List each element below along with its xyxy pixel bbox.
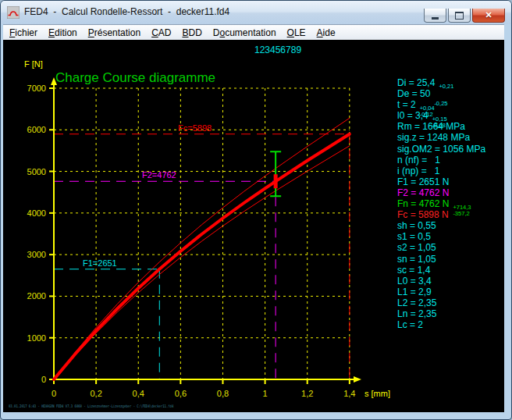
y-tick-label: 0	[41, 375, 46, 384]
x-tick-label: 0	[52, 389, 56, 398]
curve-tolerance-upper	[54, 118, 350, 379]
result-line: sc = 1,4	[397, 265, 503, 276]
result-line: t = 2+0,04-0,12	[397, 99, 503, 110]
result-line: L2 = 2,35	[397, 297, 503, 308]
y-tick-label: 6000	[27, 125, 46, 134]
result-line: sn = 1,05	[397, 254, 503, 265]
status-line: 03.01.2017 6:43 - HEXAGON FED4 V7.3 6060…	[9, 404, 173, 408]
result-line: sig.OM2 = 1056 MPa	[397, 144, 503, 155]
minimize-button[interactable]	[424, 9, 446, 23]
curve-load-travel-characteristic	[54, 134, 350, 379]
result-line: Di = 25,4+0,21	[397, 77, 503, 88]
result-line: F1 = 2651 N	[397, 176, 503, 187]
tolerance-value: -0,25	[434, 94, 447, 106]
x-tick-label: 1,2	[301, 389, 313, 398]
menu-documentation[interactable]: Documentation	[208, 27, 281, 39]
menu-fichier[interactable]: Fichier	[5, 27, 42, 39]
y-tick-label: 7000	[27, 84, 46, 93]
result-line: L0 = 3,4	[397, 276, 503, 287]
marker-label-Fc: Fc=5898	[178, 123, 212, 133]
menu-présentation[interactable]: Présentation	[84, 27, 145, 39]
y-axis-label: F [N]	[24, 59, 43, 69]
y-tick-label: 3000	[27, 250, 46, 259]
marker-label-F2: F2=4762	[142, 170, 176, 180]
window-title: FED4 - Calcul Rondelle-Ressort - decker1…	[24, 1, 229, 23]
chart-canvas: 0100020003000400050006000700000,20,40,60…	[3, 40, 504, 412]
result-line: sh = 0,55	[397, 220, 503, 231]
result-line: n (nf) = 1	[397, 155, 503, 166]
menu-ole[interactable]: OLE	[283, 27, 311, 39]
menu-bdd[interactable]: BDD	[177, 27, 206, 39]
result-line: Rm = 1664 MPa	[397, 121, 503, 132]
result-line: Fn = 4762 N+714,3-357,2	[397, 198, 503, 209]
tolerance-value: +714,3-357,2	[453, 205, 471, 216]
menu-cad[interactable]: CAD	[147, 27, 176, 39]
x-axis-label: s [mm]	[364, 389, 390, 398]
result-line: F2 = 4762 N	[397, 187, 503, 198]
close-icon: ✕	[485, 9, 492, 21]
results-panel: Di = 25,4+0,21 De = 50 -0,25t = 2+0,04-0…	[397, 77, 503, 330]
x-tick-label: 0,4	[133, 389, 144, 398]
x-tick-label: 1,4	[343, 389, 355, 398]
menu-bar: FichierEditionPrésentationCADBDDDocument…	[3, 24, 504, 41]
y-tick-label: 4000	[27, 208, 46, 218]
y-tick-label: 1000	[27, 333, 46, 343]
x-tick-label: 0,8	[217, 389, 229, 398]
app-window: FED4 - Calcul Rondelle-Ressort - decker1…	[0, 0, 512, 420]
result-line: L1 = 2,9	[397, 287, 503, 297]
y-tick-label: 2000	[27, 291, 46, 301]
app-icon	[7, 6, 20, 19]
result-line: sig.z = 1248 MPa	[397, 132, 503, 143]
menu-aide[interactable]: Aide	[312, 27, 340, 39]
chart-title: Charge Course diagramme	[55, 70, 215, 85]
x-axis-arrow-icon	[354, 376, 361, 383]
close-button[interactable]: ✕	[472, 9, 505, 23]
result-line: Fc = 5898 N	[397, 209, 503, 220]
result-line: l0 = 3,4+0,15-0,08	[397, 110, 503, 121]
result-line: s2 = 1,05	[397, 242, 503, 253]
menu-edition[interactable]: Edition	[44, 27, 82, 39]
maximize-icon	[455, 12, 464, 20]
result-line: s1 = 0,5	[397, 231, 503, 242]
result-line: Lc = 2	[397, 319, 503, 330]
x-tick-label: 0,2	[90, 389, 101, 398]
maximize-button[interactable]	[448, 9, 471, 23]
title-bar[interactable]: FED4 - Calcul Rondelle-Ressort - decker1…	[1, 1, 511, 24]
result-line: i (np) = 1	[397, 166, 503, 176]
window-controls: ✕	[424, 9, 505, 23]
x-tick-label: 1	[263, 389, 268, 398]
marker-label-F1: F1=2651	[83, 258, 117, 268]
minimize-icon	[432, 17, 439, 20]
result-line: Ln = 2,35	[397, 308, 503, 319]
x-tick-label: 0,6	[175, 389, 187, 398]
y-tick-label: 5000	[27, 167, 46, 176]
header-number: 123456789	[254, 44, 301, 55]
